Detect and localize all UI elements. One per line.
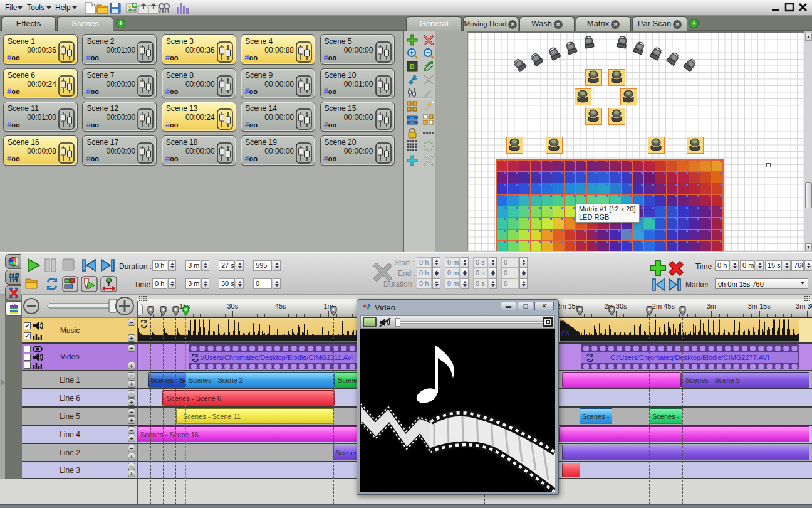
svg-text:B: B [410,63,415,70]
